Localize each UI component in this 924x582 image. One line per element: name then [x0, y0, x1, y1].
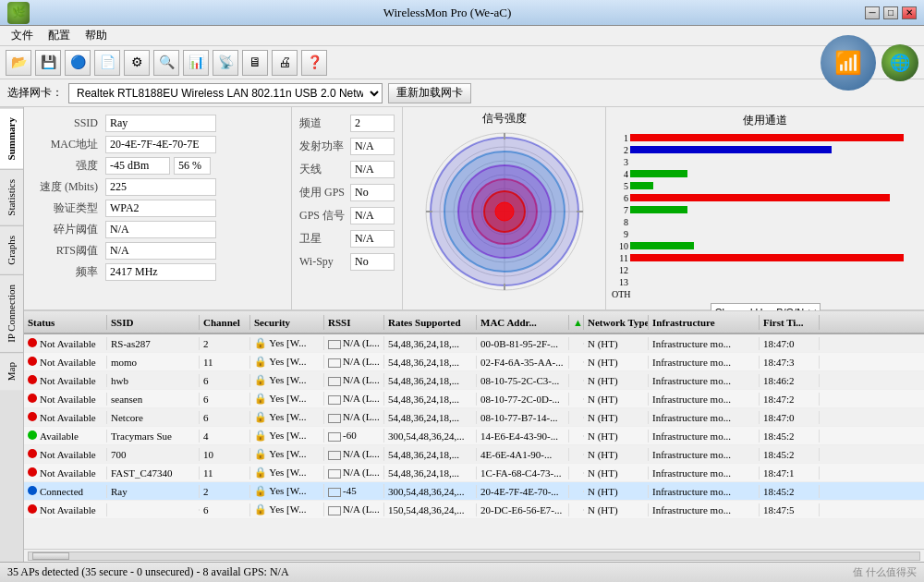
- toolbar-refresh[interactable]: 🔵: [65, 50, 91, 76]
- header-security: Security: [250, 315, 324, 330]
- channel-value: 2: [350, 115, 395, 132]
- menu-help[interactable]: 帮助: [78, 26, 115, 45]
- channel-use-title: 使用通道: [612, 113, 918, 128]
- gps-sig-label: GPS 信号: [299, 208, 350, 224]
- channel-use-row: 5: [612, 180, 918, 191]
- channel-use-bars: 12345678910111213OTH: [612, 132, 918, 299]
- maximize-button[interactable]: □: [883, 6, 898, 19]
- toolbar-new[interactable]: 📂: [6, 50, 31, 76]
- rssi-bar: [328, 358, 341, 368]
- channel-use-row: 3: [612, 156, 918, 167]
- header-first: First Ti...: [760, 315, 820, 330]
- channel-use-row: OTH: [612, 288, 918, 299]
- toolbar-search[interactable]: 🔍: [153, 50, 179, 76]
- antenna-label: 天线: [299, 162, 350, 177]
- toolbar-help[interactable]: ❓: [301, 50, 327, 76]
- auth-label: 验证类型: [31, 200, 105, 216]
- toolbar-chart[interactable]: 📊: [183, 50, 209, 76]
- sidebar-tab-summary[interactable]: Summary: [0, 107, 23, 169]
- header-nettype: Network Type: [584, 315, 649, 330]
- tx-label: 发射功率: [299, 139, 350, 154]
- network-list: Status SSID Channel Security RSSI Rates …: [24, 310, 924, 562]
- nic-label: 选择网卡：: [7, 85, 63, 101]
- antenna-value: N/A: [350, 161, 395, 178]
- channel-panel: 频道 2 发射功率 N/A 天线 N/A 使用 GPS No GPS 信号: [292, 107, 403, 309]
- table-row[interactable]: Not Availablehwb6🔒 Yes [W...N/A (L...54,…: [24, 371, 924, 390]
- toolbar-monitor[interactable]: 🖥: [242, 50, 268, 76]
- menubar: 文件 配置 帮助: [0, 26, 924, 46]
- horizontal-scrollbar[interactable]: [24, 549, 924, 562]
- channel-row: 频道 2: [299, 115, 395, 132]
- minimize-button[interactable]: ─: [865, 6, 880, 19]
- rssi-bar: [328, 395, 341, 405]
- close-button[interactable]: ✕: [902, 6, 917, 19]
- menu-config[interactable]: 配置: [41, 26, 78, 45]
- signal-pct-value: 56 %: [174, 157, 211, 175]
- table-row[interactable]: ConnectedRay2🔒 Yes [W...-45300,54,48,36,…: [24, 482, 924, 501]
- table-row[interactable]: Not Available6🔒 Yes [W...N/A (L...150,54…: [24, 501, 924, 519]
- ssid-label: SSID: [31, 116, 105, 130]
- table-row[interactable]: Not Availablemomo11🔒 Yes [W...N/A (L...5…: [24, 353, 924, 371]
- status-dot: [28, 357, 37, 366]
- table-row[interactable]: Not Available70010🔒 Yes [W...N/A (L...54…: [24, 445, 924, 464]
- toolbar-doc[interactable]: 📄: [94, 50, 120, 76]
- status-dot: [28, 467, 37, 477]
- sidebar-tab-map[interactable]: Map: [0, 352, 23, 390]
- sidebar-tab-ip[interactable]: IP Connection: [0, 274, 23, 352]
- radar-display: [421, 128, 588, 295]
- radar-svg: [421, 128, 588, 295]
- channel-use-row: 2: [612, 144, 918, 155]
- toolbar-print[interactable]: 🖨: [272, 50, 298, 76]
- toolbar-antenna[interactable]: 📡: [213, 50, 238, 76]
- header-rates: Rates Supported: [384, 315, 477, 330]
- channel-use-row: 11: [612, 252, 918, 263]
- status-dot: [28, 394, 37, 403]
- channel-use-row: 8: [612, 216, 918, 227]
- window-controls: ─ □ ✕: [865, 6, 917, 19]
- sidebar-tab-graphs[interactable]: Graphs: [0, 225, 23, 274]
- rssi-bar: [328, 451, 341, 460]
- rssi-bar: [328, 506, 341, 515]
- ssid-row: SSID Ray: [31, 115, 284, 132]
- scroll-thumb[interactable]: [32, 552, 69, 560]
- table-row[interactable]: Not Availableseansen6🔒 Yes [W...N/A (L..…: [24, 390, 924, 408]
- nic-select[interactable]: Realtek RTL8188EU Wireless LAN 802.11n U…: [68, 83, 383, 103]
- status-dot: [28, 375, 37, 384]
- gps-label: 使用 GPS: [299, 185, 350, 200]
- signal-row: 强度 -45 dBm 56 %: [31, 157, 284, 175]
- gps-row: 使用 GPS No: [299, 184, 395, 201]
- auth-row: 验证类型 WPA2: [31, 200, 284, 217]
- sidebar-tab-statistics[interactable]: Statistics: [0, 169, 23, 225]
- top-panels: SSID Ray MAC地址 20-4E-7F-4E-70-7E 强度 -45 …: [24, 107, 924, 310]
- rts-row: RTS阈值 N/A: [31, 242, 284, 260]
- table-row[interactable]: AvailableTracymars Sue4🔒 Yes [W...-60300…: [24, 427, 924, 445]
- menu-file[interactable]: 文件: [4, 26, 41, 45]
- status-dot: [28, 338, 37, 347]
- signal-dbm-value: -45 dBm: [105, 157, 170, 175]
- list-header: Status SSID Channel Security RSSI Rates …: [24, 310, 924, 334]
- header-mac: MAC Addr...: [477, 315, 569, 330]
- signal-strength-icon: 📶: [821, 35, 876, 91]
- channel-use-row: 12: [612, 264, 918, 275]
- toolbar-save[interactable]: 💾: [35, 50, 61, 76]
- table-row[interactable]: Not AvailableFAST_C4734011🔒 Yes [W...N/A…: [24, 464, 924, 482]
- gps-value: No: [350, 184, 395, 201]
- status-dot: [28, 412, 37, 421]
- wispy-value: No: [350, 253, 395, 271]
- wispy-label: Wi-Spy: [299, 255, 350, 269]
- header-tri: ▲: [569, 315, 584, 330]
- content-area: SSID Ray MAC地址 20-4E-7F-4E-70-7E 强度 -45 …: [24, 107, 924, 562]
- rssi-bar: [328, 340, 341, 349]
- gps-sig-row: GPS 信号 N/A: [299, 207, 395, 224]
- speed-label: 速度 (Mbits): [31, 179, 105, 195]
- toolbar-settings[interactable]: ⚙: [124, 50, 150, 76]
- table-row[interactable]: Not AvailableRS-as2872🔒 Yes [W...N/A (L.…: [24, 334, 924, 353]
- header-rssi: RSSI: [324, 315, 384, 330]
- channel-use-row: 4: [612, 168, 918, 179]
- ssid-value: Ray: [105, 115, 216, 132]
- table-row[interactable]: Not AvailableNetcore6🔒 Yes [W...N/A (L..…: [24, 408, 924, 427]
- nic-reload-button[interactable]: 重新加载网卡: [388, 83, 471, 103]
- info-panel: SSID Ray MAC地址 20-4E-7F-4E-70-7E 强度 -45 …: [24, 107, 292, 309]
- header-ssid: SSID: [107, 315, 200, 330]
- channel-use-row: 13: [612, 276, 918, 287]
